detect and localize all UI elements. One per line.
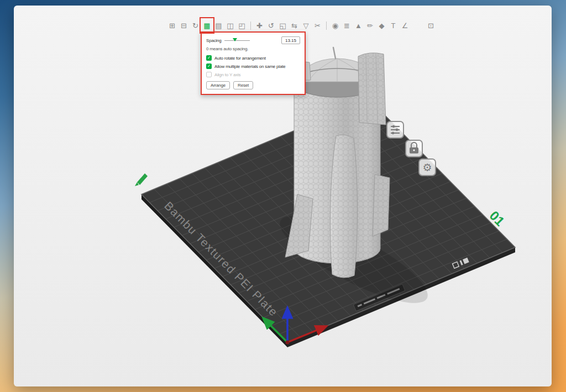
add-plate-icon[interactable]: ⊟: [179, 19, 189, 31]
mesh-boolean-icon[interactable]: ◉: [330, 19, 340, 31]
edit-plate-name-icon[interactable]: [135, 173, 148, 186]
option-multi-material[interactable]: ✓ Allow multiple materials on same plate: [206, 63, 300, 69]
option-auto-rotate[interactable]: ✓ Auto rotate for arrangement: [206, 55, 300, 61]
arrange-icon[interactable]: ▦: [202, 19, 212, 31]
axis-origin: [286, 341, 290, 345]
reset-button[interactable]: Reset: [233, 81, 253, 89]
option-align-y: Align to Y axis: [206, 72, 300, 77]
fill-bed-icon[interactable]: ▤: [213, 19, 224, 31]
split-objects-icon[interactable]: ◫: [225, 19, 235, 31]
toolbar-separator: [326, 22, 327, 30]
arrange-popup: Spacing 0 means auto spacing. ✓ Auto rot…: [202, 33, 305, 94]
plate-gear-icon[interactable]: ⚙: [419, 159, 436, 176]
variable-layer-height-icon[interactable]: ≣: [342, 19, 352, 31]
option-label: Auto rotate for arrangement: [214, 56, 266, 61]
option-label: Allow multiple materials on same plate: [214, 64, 285, 69]
checkbox-checked-icon[interactable]: ✓: [206, 63, 212, 69]
mirror-icon[interactable]: ⇆: [289, 19, 300, 31]
scale-icon[interactable]: ◱: [277, 19, 288, 31]
arrange-button[interactable]: Arrange: [206, 81, 230, 89]
text-tool-icon[interactable]: T: [388, 19, 399, 31]
plate-settings-icon[interactable]: [387, 121, 403, 138]
arrange-glyph: ▦: [203, 22, 210, 30]
checkbox-checked-icon[interactable]: ✓: [206, 55, 212, 61]
spacing-hint: 0 means auto spacing.: [206, 46, 300, 51]
color-painting-icon[interactable]: ✏: [365, 19, 375, 31]
seam-painting-icon[interactable]: ◆: [376, 19, 387, 31]
desktop-background: { "colors": { "accent_green": "#00ae42",…: [0, 0, 566, 392]
toolbar-separator: [250, 22, 251, 30]
annotation-highlight-popup: Spacing 0 means auto spacing. ✓ Auto rot…: [201, 31, 306, 95]
cut-icon[interactable]: ✂: [312, 19, 323, 31]
auto-orient-icon[interactable]: ↻: [190, 19, 201, 31]
spacing-slider[interactable]: [224, 38, 250, 43]
main-toolbar: ⊞ ⊟ ↻ ▦ ▤ ◫ ◰ ✚ ↺ ◱ ⇆ ▽ ✂ ◉ ≣ ▲ ✏ ◆ T ∠ …: [167, 19, 436, 32]
slider-handle[interactable]: [233, 38, 237, 41]
rocket-antenna: [333, 47, 336, 59]
split-parts-icon[interactable]: ◰: [237, 19, 247, 31]
lay-on-face-icon[interactable]: ▽: [301, 19, 311, 31]
plate-lock-icon[interactable]: [406, 140, 422, 157]
assembly-view-icon[interactable]: ⊡: [426, 19, 436, 31]
move-icon[interactable]: ✚: [254, 19, 265, 31]
rotate-icon[interactable]: ↺: [266, 19, 276, 31]
checkbox-unchecked-icon: [206, 72, 212, 77]
spacing-value-input[interactable]: [281, 36, 300, 44]
measure-icon[interactable]: ∠: [400, 19, 410, 31]
app-window: Bambu Textured PEI Plate 01: [14, 6, 552, 386]
add-icon[interactable]: ⊞: [167, 19, 177, 31]
option-label: Align to Y axis: [214, 72, 240, 77]
spacing-label: Spacing: [206, 38, 222, 43]
svg-text:⚙: ⚙: [422, 162, 432, 173]
support-painting-icon[interactable]: ▲: [353, 19, 364, 31]
